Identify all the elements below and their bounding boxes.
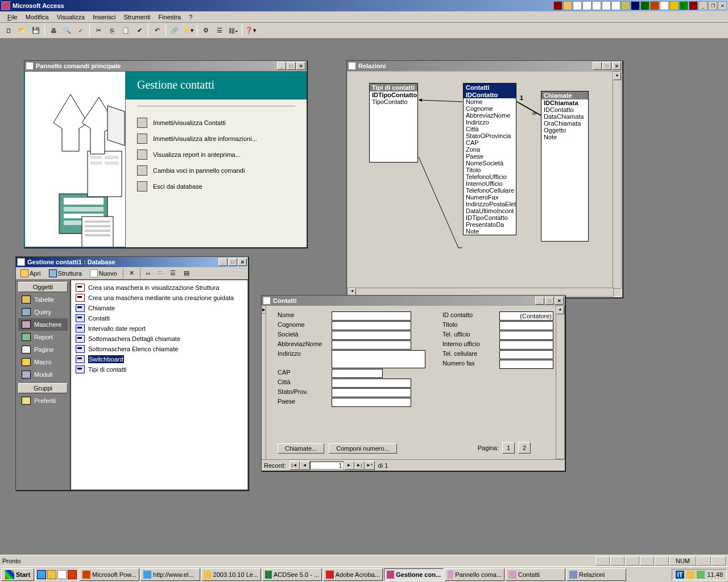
task-button[interactable]: Pannello coma... [445, 568, 504, 581]
tray-icon[interactable] [697, 571, 705, 579]
sidebar-maschere[interactable]: Maschere [18, 318, 68, 331]
tray-icon[interactable] [686, 571, 694, 579]
undo-icon[interactable]: ↶ [151, 24, 163, 37]
analyze-icon[interactable]: ⚡▾ [182, 24, 195, 37]
close-icon[interactable]: ✕ [718, 1, 727, 10]
tray-icon[interactable] [582, 1, 592, 10]
menu-help[interactable]: ? [185, 13, 196, 22]
tray-icon[interactable] [573, 1, 582, 10]
code-icon[interactable]: ⚙ [200, 24, 212, 37]
db-objects-header[interactable]: Oggetti [18, 282, 68, 292]
tray-icon[interactable] [640, 1, 650, 10]
list-item[interactable]: Crea una maschera in visualizzazione Str… [73, 282, 245, 293]
rel-field[interactable]: IDTipoContatto [464, 214, 516, 221]
vscrollbar[interactable]: ▲ [556, 306, 565, 459]
close-icon[interactable]: ✕ [555, 297, 564, 305]
db-nuovo[interactable]: Nuovo [88, 269, 119, 278]
copy-icon[interactable]: ⎘ [106, 24, 118, 37]
task-button[interactable]: Adobe Acroba... [323, 568, 383, 581]
tray-icon[interactable] [553, 1, 562, 10]
relazioni-canvas[interactable]: 1 ∞ Tipi di contatti IDTipoContatto Tipo… [347, 71, 622, 297]
tray-icon[interactable] [563, 1, 572, 10]
tray-icon[interactable] [611, 1, 621, 10]
rel-field[interactable]: PresentatoDa [464, 221, 516, 228]
sidebar-query[interactable]: Query [18, 306, 68, 318]
clock[interactable]: 11.48 [707, 571, 723, 578]
menu-modifica[interactable]: Modifica [22, 13, 53, 22]
maximize-icon[interactable]: □ [545, 297, 554, 305]
sidebar-pagine[interactable]: Pagine [18, 343, 68, 356]
db-struttura[interactable]: Struttura [47, 269, 84, 278]
task-button[interactable]: Contatti [506, 568, 565, 581]
rel-field[interactable]: Zona [464, 146, 516, 153]
small-icons-icon[interactable]: ∷ [156, 269, 164, 277]
sb-item-report[interactable]: Visualizza report in anteprima... [137, 149, 295, 160]
next-record-icon[interactable]: ► [344, 461, 354, 470]
record-number[interactable] [310, 462, 344, 469]
input-abbrev[interactable] [332, 340, 411, 350]
rel-field[interactable]: Note [541, 134, 588, 140]
list-icon[interactable]: ☰ [168, 269, 178, 277]
record-selector[interactable]: ▸ [262, 306, 266, 459]
menu-finestra[interactable]: Finestra [154, 13, 185, 22]
paste-icon[interactable]: 📋 [119, 24, 132, 37]
database-titlebar[interactable]: Gestione contatti1 : Database _□✕ [16, 257, 248, 267]
list-item-selected[interactable]: Switchboard [73, 354, 245, 364]
list-item[interactable]: Intervallo date report [73, 323, 245, 334]
minimize-icon[interactable]: _ [218, 258, 228, 266]
list-item[interactable]: Chiamate [73, 303, 245, 313]
rel-field[interactable]: Indirizzo [464, 119, 516, 126]
close-icon[interactable]: ✕ [296, 62, 305, 70]
open-icon[interactable]: 📂 [16, 24, 28, 37]
list-item[interactable]: Crea una maschera mediante una creazione… [73, 293, 245, 303]
list-item[interactable]: Contatti [73, 313, 245, 323]
rel-field[interactable]: NumeroFax [464, 194, 516, 201]
rel-table-contatti[interactable]: Contatti IDContattoNomeCognomeAbbreviazN… [463, 83, 516, 235]
input-id[interactable] [499, 311, 553, 321]
cut-icon[interactable]: ✂ [92, 24, 105, 37]
switchboard-titlebar[interactable]: Pannello comandi principale _□✕ [24, 61, 307, 71]
vscrollbar[interactable]: ▲ [613, 72, 622, 289]
menu-file[interactable]: File [3, 13, 22, 22]
preview-icon[interactable]: 🔍 [61, 24, 73, 37]
sidebar-preferiti[interactable]: Preferiti [18, 394, 68, 407]
rel-field[interactable]: InternoUfficio [464, 180, 516, 187]
db-groups-header[interactable]: Gruppi [18, 383, 68, 393]
rel-field[interactable]: TelefonoCellulare [464, 187, 516, 194]
minimize-icon[interactable]: _ [698, 1, 708, 10]
outlook-icon[interactable] [57, 570, 67, 579]
rel-icon[interactable]: ⛓▾ [227, 24, 239, 37]
page-1-button[interactable]: 1 [502, 442, 515, 454]
sidebar-macro[interactable]: Macro [18, 356, 68, 368]
rel-field[interactable]: Oggetto [541, 127, 588, 134]
rel-field[interactable]: IndirizzoPostaElet [464, 201, 516, 207]
list-item[interactable]: Sottomaschera Dettagli chiamate [73, 334, 245, 344]
input-titolo[interactable] [499, 321, 553, 330]
tray-icon[interactable] [689, 1, 698, 10]
props-icon[interactable]: ☰ [213, 24, 226, 37]
rel-field[interactable]: TelefonoUfficio [464, 173, 516, 180]
rel-field[interactable]: StatoOProvincia [464, 132, 516, 139]
rel-field[interactable]: NomeSocietà [464, 160, 516, 167]
rel-field[interactable]: CAP [464, 139, 516, 146]
sb-item-esci[interactable]: Esci dal database [137, 181, 295, 192]
tray-icon[interactable] [669, 1, 679, 10]
rel-field[interactable]: OraChiamata [541, 120, 588, 127]
sb-item-altre[interactable]: Immetti/visualizza altre informazioni... [137, 134, 295, 144]
task-button[interactable]: 2003.10.10 Le... [201, 568, 261, 581]
maximize-icon[interactable]: □ [287, 62, 296, 70]
format-icon[interactable]: ✔ [133, 24, 146, 37]
rel-field[interactable]: Cognome [464, 105, 516, 112]
task-button[interactable]: Relazioni [566, 568, 626, 581]
tray-icon[interactable] [679, 1, 688, 10]
sidebar-moduli[interactable]: Moduli [18, 368, 68, 381]
list-item[interactable]: Tipi di contatti [73, 364, 245, 375]
rel-field[interactable]: IDContatto [541, 106, 588, 113]
save-icon[interactable]: 💾 [30, 24, 42, 37]
new-record-icon[interactable]: ►* [365, 461, 375, 470]
maximize-icon[interactable]: □ [602, 62, 611, 70]
input-numfax[interactable] [499, 360, 553, 369]
task-button[interactable]: ACDSee 5.0 - ... [262, 568, 322, 581]
ie-icon[interactable] [37, 570, 46, 579]
close-icon[interactable]: ✕ [238, 258, 247, 266]
